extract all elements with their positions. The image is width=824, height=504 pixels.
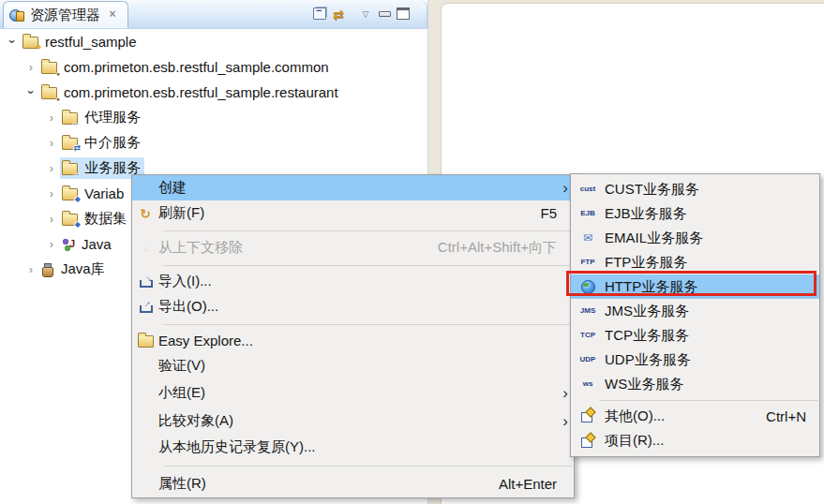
tree-item-content: Java库: [39, 259, 109, 280]
menu-separator: [571, 396, 819, 404]
menu-item-shortcut: Alt+Enter: [499, 476, 557, 492]
view-menu-button[interactable]: [356, 4, 375, 24]
tab-title: 资源管理器: [30, 7, 100, 24]
tree-item[interactable]: 代理服务: [0, 105, 427, 130]
submenu-item[interactable]: wsWS业务服务: [571, 372, 819, 396]
submenu-item[interactable]: 项目(R)...: [571, 428, 819, 453]
menu-icon-gutter: EJB: [571, 210, 605, 217]
context-menu-item[interactable]: Easy Explore...: [132, 328, 574, 353]
menu-item-label: 导出(O)...: [158, 298, 557, 316]
context-menu-item[interactable]: 导入(I)...: [132, 269, 574, 294]
context-menu-item[interactable]: 从本地历史记录复原(Y)...: [132, 435, 574, 460]
create-submenu: custCUST业务服务EJBEJB业务服务EMAIL业务服务FTPFTP业务服…: [570, 173, 820, 457]
new-wizard-icon: [580, 408, 595, 423]
submenu-item[interactable]: EJBEJB业务服务: [571, 201, 819, 226]
menu-item-label: EJB业务服务: [605, 205, 819, 223]
context-menu-item[interactable]: 导出(O)...: [132, 294, 574, 319]
close-icon[interactable]: [106, 8, 119, 22]
menu-item-label: TCP业务服务: [605, 327, 819, 345]
tree-item-label: com.primeton.esb.restful_sample.restaura…: [64, 84, 338, 100]
tree-item-content: Variab: [60, 184, 127, 203]
tree-item-content: 数据集: [60, 208, 130, 230]
maximize-icon: [397, 7, 410, 20]
context-menu-item[interactable]: 刷新(F)F5: [132, 200, 574, 226]
proxy-service-folder-icon: [62, 112, 78, 125]
ejb-icon: EJB: [580, 210, 595, 217]
business-service-folder-icon: [62, 163, 78, 175]
ws-icon: ws: [583, 380, 593, 388]
refresh-icon: [140, 206, 151, 221]
menu-icon-gutter: ws: [571, 380, 605, 388]
project-folder-icon: [22, 37, 38, 49]
collapse-all-icon: [313, 7, 326, 20]
package-icon: [41, 87, 57, 99]
tab-resource-explorer[interactable]: 资源管理器: [3, 1, 128, 28]
menu-icon-gutter: JMS: [571, 307, 605, 315]
tree-item[interactable]: com.primeton.esb.restful_sample.restaura…: [0, 80, 427, 105]
tree-item-label: Java: [82, 236, 112, 252]
menu-item-label: 创建: [158, 179, 557, 197]
menu-item-label: 导入(I)...: [158, 273, 557, 290]
expanded-chevron-icon[interactable]: [25, 84, 37, 101]
tree-item[interactable]: restful_sample: [0, 29, 427, 54]
menu-separator: [132, 460, 574, 470]
menu-item-label: UDP业务服务: [605, 351, 819, 369]
submenu-item[interactable]: custCUST业务服务: [571, 177, 819, 201]
context-menu-item[interactable]: 验证(V): [132, 353, 574, 378]
email-icon: [583, 232, 592, 244]
tree-item-content: com.primeton.esb.restful_sample.restaura…: [39, 82, 342, 102]
ftp-icon: FTP: [580, 259, 594, 266]
view-toolbar: [310, 0, 412, 27]
context-menu-item[interactable]: 创建: [132, 175, 574, 200]
collapsed-chevron-icon[interactable]: [43, 238, 60, 250]
tree-item-content: 代理服务: [60, 107, 144, 128]
menu-icon-gutter: [132, 242, 158, 255]
menu-item-label: 验证(V): [158, 357, 557, 375]
tree-item-label: 中介服务: [84, 134, 141, 152]
menu-icon-gutter: [132, 334, 158, 348]
menu-item-shortcut: Ctrl+N: [766, 408, 806, 424]
package-icon: [41, 62, 57, 74]
collapsed-chevron-icon[interactable]: [43, 213, 60, 225]
menu-icon-gutter: [571, 280, 605, 294]
remove-from-context-icon: [142, 242, 148, 255]
menu-icon-gutter: [132, 206, 158, 221]
tree-item-content: 中介服务: [60, 132, 144, 154]
link-with-editor-button[interactable]: [329, 4, 348, 24]
chevron-down-icon: [363, 9, 369, 19]
minimize-icon: [379, 11, 391, 17]
maximize-button[interactable]: [394, 4, 412, 24]
http-globe-icon: [581, 280, 595, 294]
collapse-all-button[interactable]: [310, 4, 329, 24]
submenu-item[interactable]: TCPTCP业务服务: [571, 323, 819, 348]
context-menu-item[interactable]: 小组(E): [132, 378, 574, 407]
context-menu-item[interactable]: 属性(R)Alt+Enter: [132, 470, 574, 497]
java-library-icon: [40, 262, 55, 277]
tree-item[interactable]: 中介服务: [0, 130, 427, 156]
collapsed-chevron-icon[interactable]: [43, 162, 60, 174]
menu-icon-gutter: cust: [571, 185, 605, 193]
submenu-item[interactable]: EMAIL业务服务: [571, 226, 819, 250]
tree-item[interactable]: com.primeton.esb.restful_sample.common: [0, 54, 427, 80]
tree-item-label: 数据集: [84, 210, 127, 228]
minimize-button[interactable]: [375, 4, 394, 24]
menu-item-label: 从上下文移除: [158, 239, 421, 257]
collapsed-chevron-icon[interactable]: [43, 137, 60, 149]
context-menu: 创建刷新(F)F5从上下文移除Ctrl+Alt+Shift+向下导入(I)...…: [131, 174, 575, 498]
submenu-item[interactable]: JMSJMS业务服务: [571, 299, 819, 323]
submenu-item[interactable]: FTPFTP业务服务: [571, 250, 819, 274]
collapsed-chevron-icon[interactable]: [22, 263, 39, 275]
view-titlebar: 资源管理器: [0, 0, 427, 29]
collapsed-chevron-icon[interactable]: [43, 187, 60, 200]
link-with-editor-icon: [333, 7, 344, 22]
tree-item-label: restful_sample: [45, 34, 137, 50]
menu-separator: [132, 260, 574, 269]
expanded-chevron-icon[interactable]: [7, 34, 19, 51]
collapsed-chevron-icon[interactable]: [43, 111, 60, 124]
submenu-item[interactable]: 其他(O)...Ctrl+N: [571, 404, 819, 428]
collapsed-chevron-icon[interactable]: [22, 61, 39, 73]
submenu-item[interactable]: HTTP业务服务: [571, 274, 819, 299]
submenu-item[interactable]: UDPUDP业务服务: [571, 348, 819, 372]
context-menu-item[interactable]: 比较对象(A): [132, 407, 574, 435]
tree-item-label: Variab: [84, 185, 124, 201]
